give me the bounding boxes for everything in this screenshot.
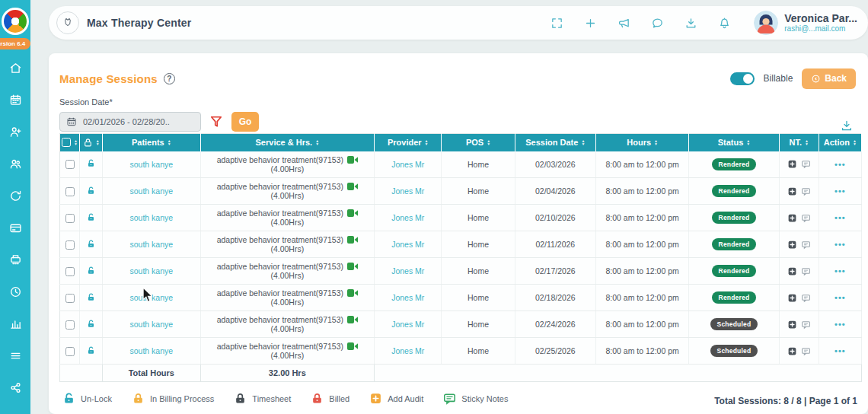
back-button[interactable]: Back	[802, 68, 856, 89]
row-actions-menu[interactable]: •••	[834, 346, 846, 355]
legend-item[interactable]: Sticky Notes	[443, 392, 508, 405]
sticky-note-icon[interactable]	[801, 240, 811, 250]
page-help-icon[interactable]: ?	[164, 73, 175, 84]
network-icon[interactable]	[8, 381, 22, 394]
sticky-note-icon[interactable]	[801, 320, 811, 330]
row-checkbox[interactable]	[65, 187, 75, 196]
row-checkbox[interactable]	[65, 347, 75, 356]
patient-link[interactable]: south kanye	[130, 213, 174, 222]
provider-link[interactable]: Jones Mr	[391, 240, 424, 249]
hours-header[interactable]: Hours▲▼	[595, 134, 688, 151]
calendar-icon[interactable]	[8, 93, 22, 107]
fax-icon[interactable]	[8, 253, 22, 266]
session-date-input[interactable]: 02/01/2026 - 02/28/20..	[59, 112, 201, 132]
add-note-icon[interactable]	[787, 186, 797, 196]
service-header[interactable]: Service & Hrs.▲▼	[200, 134, 375, 151]
home-icon[interactable]	[8, 61, 22, 75]
row-checkbox[interactable]	[65, 320, 75, 330]
add-note-icon[interactable]	[787, 213, 797, 223]
row-actions-menu[interactable]: •••	[834, 293, 846, 302]
sticky-note-icon[interactable]	[801, 266, 811, 276]
patients-header[interactable]: Patients▲▼	[103, 134, 200, 151]
add-note-icon[interactable]	[787, 159, 797, 169]
patient-link[interactable]: south kanye	[130, 346, 174, 355]
select-all-checkbox[interactable]	[62, 138, 71, 147]
add-note-icon[interactable]	[787, 293, 797, 303]
row-actions-menu[interactable]: •••	[834, 186, 846, 196]
unlock-icon[interactable]	[86, 346, 96, 355]
legend-item[interactable]: Un-Lock	[62, 392, 112, 405]
add-note-icon[interactable]	[787, 320, 797, 330]
add-note-icon[interactable]	[787, 346, 797, 356]
provider-link[interactable]: Jones Mr	[391, 213, 424, 222]
add-patient-icon[interactable]	[8, 125, 22, 139]
unlock-icon[interactable]	[86, 158, 96, 168]
provider-link[interactable]: Jones Mr	[391, 293, 424, 302]
unlock-icon[interactable]	[86, 266, 96, 275]
row-actions-menu[interactable]: •••	[834, 266, 846, 275]
legend-item[interactable]: In Billing Process	[132, 392, 214, 405]
legend-item[interactable]: Add Audit	[369, 392, 423, 405]
patient-link[interactable]: south kanye	[130, 320, 174, 329]
unlock-icon[interactable]	[86, 186, 96, 196]
announcement-icon[interactable]	[617, 16, 630, 30]
row-checkbox[interactable]	[65, 267, 75, 276]
lock-header[interactable]: ▲▼	[80, 134, 103, 151]
action-header[interactable]: Action▲▼	[819, 134, 861, 151]
row-checkbox[interactable]	[65, 214, 75, 223]
nt-header[interactable]: NT.▲▼	[779, 134, 819, 151]
row-actions-menu[interactable]: •••	[834, 213, 846, 222]
provider-link[interactable]: Jones Mr	[391, 160, 424, 169]
reports-icon[interactable]	[8, 317, 22, 330]
unlock-icon[interactable]	[86, 239, 96, 249]
go-button[interactable]: Go	[231, 112, 259, 132]
unlock-icon[interactable]	[86, 319, 96, 329]
download-icon[interactable]	[684, 16, 697, 30]
patient-link[interactable]: south kanye	[130, 293, 174, 302]
legend-item[interactable]: Timesheet	[234, 392, 291, 405]
sticky-note-icon[interactable]	[801, 186, 811, 196]
unlock-icon[interactable]	[86, 212, 96, 222]
sticky-note-icon[interactable]	[801, 346, 811, 356]
add-icon[interactable]	[583, 16, 597, 30]
clock-icon[interactable]	[8, 285, 22, 298]
legend-item[interactable]: Billed	[311, 392, 349, 405]
sticky-note-icon[interactable]	[801, 159, 811, 169]
app-logo[interactable]	[2, 8, 29, 35]
add-note-icon[interactable]	[787, 266, 797, 276]
unlock-icon[interactable]	[86, 292, 96, 302]
session-date-header[interactable]: Session Date▲▼	[515, 134, 595, 151]
user-menu[interactable]: Veronica Par... rashi@...mail.com	[754, 11, 857, 35]
provider-link[interactable]: Jones Mr	[391, 186, 424, 196]
row-checkbox[interactable]	[65, 240, 75, 250]
pos-header[interactable]: POS▲▼	[442, 134, 515, 151]
patient-link[interactable]: south kanye	[130, 266, 174, 275]
row-checkbox[interactable]	[65, 160, 75, 169]
add-note-icon[interactable]	[787, 240, 797, 250]
notifications-icon[interactable]	[717, 16, 731, 30]
patient-link[interactable]: south kanye	[130, 160, 174, 169]
row-checkbox[interactable]	[65, 294, 75, 303]
status-header[interactable]: Status▲▼	[689, 134, 779, 151]
billing-card-icon[interactable]	[8, 221, 22, 234]
select-all-header[interactable]: ▲▼	[60, 134, 80, 151]
row-actions-menu[interactable]: •••	[834, 320, 846, 329]
sticky-note-icon[interactable]	[801, 213, 811, 223]
row-actions-menu[interactable]: •••	[834, 240, 846, 249]
patient-link[interactable]: south kanye	[130, 240, 174, 249]
provider-link[interactable]: Jones Mr	[391, 266, 424, 275]
export-download-icon[interactable]	[841, 119, 853, 132]
provider-link[interactable]: Jones Mr	[391, 346, 424, 355]
provider-link[interactable]: Jones Mr	[391, 320, 424, 329]
row-actions-menu[interactable]: •••	[834, 160, 846, 169]
filter-icon[interactable]	[209, 114, 224, 129]
billable-toggle[interactable]	[730, 72, 755, 85]
sticky-note-icon[interactable]	[801, 293, 811, 303]
staff-icon[interactable]	[8, 157, 22, 170]
patient-link[interactable]: south kanye	[130, 186, 174, 196]
fullscreen-icon[interactable]	[550, 16, 563, 30]
sync-icon[interactable]	[8, 189, 22, 202]
menu-list-icon[interactable]	[8, 349, 22, 362]
provider-header[interactable]: Provider▲▼	[375, 134, 442, 151]
chat-icon[interactable]	[650, 16, 664, 30]
